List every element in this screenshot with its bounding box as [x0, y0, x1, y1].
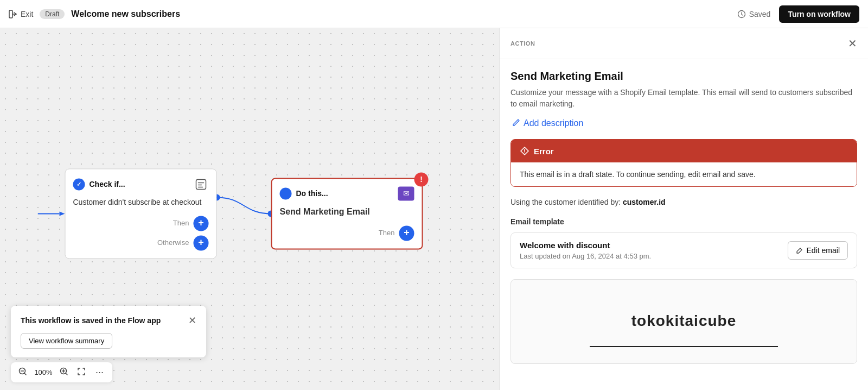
panel-action-label: ACTION [510, 40, 535, 47]
view-workflow-summary-button[interactable]: View workflow summary [21, 333, 112, 349]
customer-info-prefix: Using the customer identified by: [510, 198, 623, 206]
email-preview-brand: tokokitaicube [527, 296, 840, 346]
turn-on-button[interactable]: Turn on workflow [779, 5, 859, 23]
action-header: Do this... ✉ [280, 186, 414, 200]
email-template-card: Welcome with discount Last updated on Au… [510, 232, 857, 268]
email-template-info: Welcome with discount Last updated on Au… [520, 241, 651, 260]
edit-email-label: Edit email [807, 246, 840, 255]
check-if-node[interactable]: ✓ Check if... Customer didn't subscribe … [65, 168, 217, 259]
add-description-label: Add description [524, 118, 583, 128]
panel-body: Send Marketing Email Customize your mess… [500, 59, 868, 375]
edit-email-icon [796, 247, 803, 254]
svg-rect-5 [196, 179, 206, 189]
email-template-label: Email template [510, 217, 857, 226]
svg-rect-0 [9, 10, 12, 18]
saved-status: Saved [737, 10, 771, 18]
arrow-in [38, 208, 65, 219]
panel-close-button[interactable]: ✕ [848, 37, 857, 50]
fit-to-screen-button[interactable] [75, 366, 88, 379]
edit-email-button[interactable]: Edit email [788, 241, 848, 260]
otherwise-label: Otherwise [157, 239, 189, 247]
otherwise-plus-button[interactable]: + [194, 235, 209, 250]
exit-icon [9, 10, 17, 18]
email-preview-card: tokokitaicube [510, 279, 857, 364]
action-label: Do this... [296, 189, 328, 198]
panel-header: ACTION ✕ [500, 28, 868, 59]
check-if-header-left: ✓ Check if... [73, 178, 125, 190]
customer-info: Using the customer identified by: custom… [510, 198, 857, 206]
then-label: Then [173, 219, 189, 228]
svg-point-9 [217, 194, 220, 200]
error-badge: ! [414, 172, 429, 186]
error-box-header: Error [511, 140, 857, 162]
workflow-canvas[interactable]: ✓ Check if... Customer didn't subscribe … [0, 28, 499, 390]
curve-connector [217, 181, 271, 246]
error-message: This email is in a draft state. To conti… [511, 162, 857, 186]
check-if-then-footer: Then + [73, 216, 209, 231]
exit-label: Exit [21, 10, 33, 18]
action-then-footer: Then + [280, 225, 414, 241]
workflow-area: ✓ Check if... Customer didn't subscribe … [38, 168, 423, 259]
then-plus-button[interactable]: + [194, 216, 209, 231]
check-if-header: ✓ Check if... [73, 177, 209, 192]
add-desc-icon [510, 118, 520, 128]
right-panel: ACTION ✕ Send Marketing Email Customize … [499, 28, 868, 390]
action-title: Send Marketing Email [280, 206, 414, 218]
main-layout: ✓ Check if... Customer didn't subscribe … [0, 28, 868, 390]
zoom-controls: 100% ··· [11, 362, 112, 382]
email-action-icon: ✉ [398, 186, 414, 200]
check-if-icon [194, 177, 209, 192]
svg-line-13 [24, 373, 26, 375]
check-if-otherwise: Otherwise + [73, 235, 209, 250]
action-dot [280, 187, 292, 199]
panel-description: Customize your message with a Shopify Em… [510, 87, 857, 110]
template-name: Welcome with discount [520, 241, 651, 250]
zoom-in-button[interactable] [58, 366, 71, 379]
draft-badge: Draft [40, 9, 65, 19]
saved-icon [737, 10, 746, 18]
tooltip-title: This workflow is saved in the Flow app [21, 316, 161, 325]
zoom-more-button[interactable]: ··· [92, 366, 107, 379]
error-box: Error This email is in a draft state. To… [510, 139, 857, 187]
topbar-right: Saved Turn on workflow [737, 5, 859, 23]
workflow-tooltip: This workflow is saved in the Flow app ✕… [11, 306, 206, 357]
error-diamond-icon [520, 146, 529, 156]
saved-label: Saved [749, 10, 771, 18]
email-preview-divider [590, 346, 777, 347]
fit-screen-icon [77, 367, 86, 376]
email-preview-inner: tokokitaicube [511, 280, 857, 363]
tooltip-header: This workflow is saved in the Flow app ✕ [21, 314, 196, 326]
zoom-out-button[interactable] [16, 366, 29, 379]
template-date: Last updated on Aug 16, 2024 at 4:53 pm. [520, 252, 651, 260]
check-if-content: Customer didn't subscribe at checkout [73, 197, 209, 208]
zoom-level: 100% [34, 368, 53, 376]
action-header-left: Do this... [280, 187, 328, 199]
customer-id: customer.id [623, 198, 666, 206]
action-node[interactable]: ! Do this... ✉ Send Marketing Email Then… [271, 178, 423, 249]
svg-line-17 [66, 373, 67, 375]
topbar: Exit Draft Welcome new subscribers Saved… [0, 0, 868, 28]
workflow-title: Welcome new subscribers [71, 9, 180, 19]
svg-marker-4 [60, 211, 65, 216]
action-then-label: Then [379, 229, 395, 237]
tooltip-close-button[interactable]: ✕ [188, 314, 196, 326]
zoom-out-icon [18, 367, 27, 376]
zoom-in-icon [60, 367, 68, 376]
check-if-dot: ✓ [73, 178, 85, 190]
exit-button[interactable]: Exit [9, 10, 33, 18]
add-description-button[interactable]: Add description [510, 118, 857, 128]
panel-title: Send Marketing Email [510, 70, 857, 83]
error-title: Error [534, 147, 554, 156]
svg-point-19 [524, 153, 525, 154]
check-if-label: Check if... [90, 180, 125, 188]
action-then-plus-button[interactable]: + [399, 225, 414, 241]
